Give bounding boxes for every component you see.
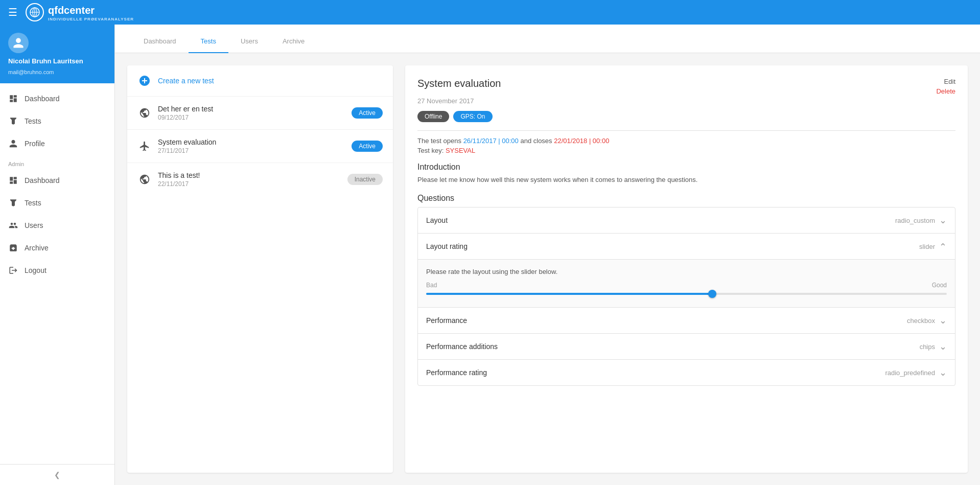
question-performance-rating-right: radio_predefined ⌄ (885, 367, 947, 378)
tab-archive[interactable]: Archive (270, 37, 317, 53)
detail-opens: The test opens 26/11/2017 | 00:00 and cl… (417, 137, 955, 145)
layout-rating-description: Please rate the layout using the slider … (426, 268, 947, 275)
test-item-3-date: 22/11/2017 (158, 180, 341, 188)
tab-users[interactable]: Users (228, 37, 270, 53)
question-layout-rating-label: Layout rating (426, 242, 468, 250)
status-gps-badge: GPS: On (453, 111, 492, 122)
test-list-item[interactable]: This is a test! 22/11/2017 Inactive (127, 163, 393, 196)
slider-fill (426, 293, 712, 295)
admin-tests-icon (8, 198, 18, 208)
avatar (8, 33, 29, 53)
content-area: Dashboard Tests Users Archive Create a n… (115, 25, 980, 485)
sidebar-user: Nicolai Bruhn Lauritsen mail@bruhno.com (0, 25, 114, 83)
question-performance-additions-right: chips ⌄ (920, 341, 947, 352)
question-performance-row[interactable]: Performance checkbox ⌄ (418, 308, 955, 334)
performance-additions-expand-icon: ⌄ (939, 341, 947, 352)
detail-panel: System evaluation Edit Delete 27 Novembe… (405, 65, 968, 473)
question-performance-right: checkbox ⌄ (907, 315, 947, 326)
logo-icon (26, 3, 44, 21)
sidebar-item-profile[interactable]: Profile (0, 132, 114, 155)
sidebar-item-admin-tests[interactable]: Tests (0, 192, 114, 214)
questions-title: Questions (417, 194, 955, 203)
delete-button[interactable]: Delete (936, 87, 955, 95)
question-performance-additions-row[interactable]: Performance additions chips ⌄ (418, 334, 955, 360)
question-layout-type: radio_custom (895, 217, 935, 224)
test-item-1-badge: Active (352, 107, 383, 119)
test-item-1-icon (137, 106, 152, 120)
layout-expand-icon: ⌄ (939, 215, 947, 226)
tab-dashboard[interactable]: Dashboard (131, 37, 189, 53)
test-item-2-name: System evaluation (158, 138, 345, 146)
admin-users-icon (8, 220, 18, 230)
sidebar-collapse-button[interactable]: ❮ (0, 464, 114, 485)
performance-expand-icon: ⌄ (939, 315, 947, 326)
sidebar-item-tests-label: Tests (25, 117, 41, 125)
introduction-title: Introduction (417, 163, 955, 172)
sidebar-item-admin-archive-label: Archive (25, 244, 49, 252)
content-body: Create a new test Det her er en test 09/… (115, 53, 980, 485)
create-test-icon (137, 74, 152, 88)
slider-track[interactable] (426, 293, 947, 295)
dashboard-icon (8, 94, 18, 104)
detail-divider (417, 130, 955, 131)
sidebar-nav: Dashboard Tests Profile Admin Da (0, 83, 114, 464)
test-list-panel: Create a new test Det her er en test 09/… (127, 65, 393, 473)
detail-header: System evaluation Edit Delete (417, 78, 955, 95)
question-performance-additions-label: Performance additions (426, 342, 498, 351)
sidebar-item-admin-users-label: Users (25, 221, 43, 229)
slider-thumb (708, 290, 716, 298)
layout-rating-expanded-content: Please rate the layout using the slider … (418, 260, 955, 307)
test-item-2-date: 27/11/2017 (158, 147, 345, 154)
sidebar-email: mail@bruhno.com (8, 69, 54, 75)
tests-icon (8, 116, 18, 126)
create-test-label: Create a new test (158, 77, 214, 85)
sidebar-item-dashboard[interactable]: Dashboard (0, 87, 114, 110)
slider-label-row: Bad Good (426, 282, 947, 289)
admin-dashboard-icon (8, 175, 18, 186)
question-layout-rating-expanded: Layout rating slider ⌄ Please rate the l… (418, 234, 955, 308)
question-performance-rating-row[interactable]: Performance rating radio_predefined ⌄ (418, 360, 955, 385)
logo-subtitle: INDIVIDUELLE PRØEVARANALYSER (48, 17, 134, 21)
test-item-3-icon (137, 172, 152, 187)
sidebar-item-admin-users[interactable]: Users (0, 214, 114, 237)
test-item-2-badge: Active (352, 141, 383, 152)
collapse-icon: ❮ (54, 471, 60, 479)
questions-section: Layout radio_custom ⌄ Layout rating slid… (417, 207, 955, 386)
app-logo: qfdcenter INDIVIDUELLE PRØEVARANALYSER (26, 3, 134, 21)
admin-logout-icon (8, 265, 18, 275)
sidebar-item-admin-dashboard[interactable]: Dashboard (0, 169, 114, 192)
question-layout-row[interactable]: Layout radio_custom ⌄ (418, 207, 955, 234)
question-performance-type: checkbox (907, 317, 935, 325)
profile-icon (8, 138, 18, 149)
sidebar-item-admin-archive[interactable]: Archive (0, 237, 114, 259)
question-performance-additions-type: chips (920, 343, 935, 351)
admin-section-label: Admin (0, 155, 114, 169)
sidebar: Nicolai Bruhn Lauritsen mail@bruhno.com … (0, 25, 115, 485)
tab-tests[interactable]: Tests (189, 37, 228, 53)
create-test-item[interactable]: Create a new test (127, 65, 393, 97)
question-performance-label: Performance (426, 316, 467, 325)
sidebar-item-dashboard-label: Dashboard (25, 95, 60, 103)
test-list-item[interactable]: System evaluation 27/11/2017 Active (127, 130, 393, 163)
test-list-item[interactable]: Det her er en test 09/12/2017 Active (127, 97, 393, 130)
test-item-3-badge: Inactive (347, 174, 383, 185)
sidebar-item-tests[interactable]: Tests (0, 110, 114, 132)
topbar: ☰ qfdcenter INDIVIDUELLE PRØEVARANALYSER (0, 0, 980, 25)
test-item-1-info: Det her er en test 09/12/2017 (158, 105, 345, 121)
sidebar-item-admin-logout[interactable]: Logout (0, 259, 114, 282)
test-item-1-date: 09/12/2017 (158, 114, 345, 121)
slider-max-label: Good (932, 282, 947, 289)
question-layout-rating-row[interactable]: Layout rating slider ⌄ (418, 234, 955, 260)
hamburger-menu[interactable]: ☰ (8, 6, 17, 18)
detail-date: 27 November 2017 (417, 97, 955, 105)
edit-button[interactable]: Edit (944, 78, 955, 85)
layout-rating-expand-icon: ⌄ (939, 241, 947, 252)
test-item-3-info: This is a test! 22/11/2017 (158, 171, 341, 188)
question-layout-right: radio_custom ⌄ (895, 215, 947, 226)
detail-title: System evaluation (417, 78, 501, 89)
test-item-1-name: Det her er en test (158, 105, 345, 113)
sidebar-item-admin-dashboard-label: Dashboard (25, 176, 60, 184)
question-layout-rating-type: slider (919, 243, 935, 250)
sidebar-username: Nicolai Bruhn Lauritsen (8, 57, 83, 65)
question-layout-label: Layout (426, 216, 448, 224)
